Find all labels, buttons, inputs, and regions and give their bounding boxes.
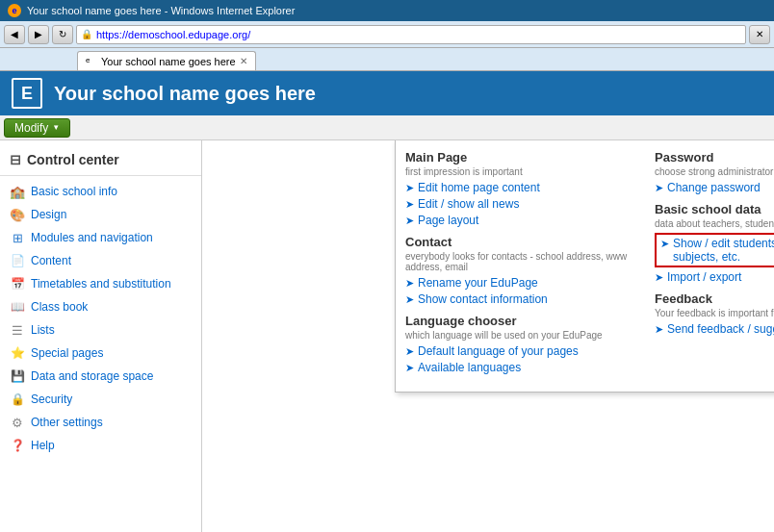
show-edit-students-link[interactable]: ➤ Show / edit students, teachers, subjec… (655, 233, 774, 267)
import-export-link[interactable]: ➤ Import / export (655, 270, 774, 284)
sidebar-label-basic-school-info: Basic school info (31, 185, 117, 198)
sidebar-item-modules[interactable]: Modules and navigation (0, 226, 201, 249)
page-layout-label: Page layout (418, 214, 478, 227)
main-page-title: Main Page (405, 150, 635, 165)
sidebar-label-security: Security (31, 393, 72, 406)
sidebar-label-content: Content (31, 254, 71, 267)
active-tab[interactable]: e Your school name goes here ✕ (77, 51, 256, 70)
link-arrow-icon: ➤ (405, 182, 414, 194)
modify-toolbar: Modify ▼ (0, 115, 774, 140)
logo-letter: E (21, 84, 33, 104)
sidebar-item-help[interactable]: Help (0, 434, 201, 457)
tab-label: Your school name goes here (101, 56, 236, 67)
default-language-label: Default language of your pages (418, 344, 579, 358)
sidebar-label-data: Data and storage space (31, 369, 153, 383)
sidebar-item-basic-school-info[interactable]: Basic school info (0, 180, 201, 203)
sidebar-title: Control center (0, 148, 201, 176)
default-language-link[interactable]: ➤ Default language of your pages (405, 344, 635, 358)
sidebar-item-data-storage[interactable]: Data and storage space (0, 365, 201, 388)
school-name-header: Your school name goes here (54, 83, 316, 105)
classbook-icon (10, 299, 25, 315)
send-feedback-label: Send feedback / suggestion / compliment (667, 322, 774, 336)
language-section: Language chooser which language will be … (405, 314, 635, 374)
modify-label: Modify (14, 121, 48, 135)
send-feedback-link[interactable]: ➤ Send feedback / suggestion / complimen… (655, 322, 774, 336)
language-subtitle: which language will be used on your EduP… (405, 330, 635, 341)
link-arrow-icon: ➤ (405, 345, 414, 358)
sidebar-label-other: Other settings (31, 416, 103, 429)
edit-news-link[interactable]: ➤ Edit / show all news (405, 197, 635, 211)
sidebar-item-security[interactable]: Security (0, 388, 201, 411)
control-center-label: Control center (27, 152, 119, 167)
edit-news-label: Edit / show all news (418, 197, 519, 211)
special-icon (10, 345, 25, 361)
data-icon (10, 368, 25, 384)
forward-button[interactable]: ▶ (28, 25, 49, 44)
basic-school-data-section: Basic school data data about teachers, s… (655, 202, 774, 284)
sidebar-item-content[interactable]: Content (0, 249, 201, 272)
show-edit-students-label: Show / edit students, teachers, subjects… (673, 237, 774, 264)
back-button[interactable]: ◀ (4, 25, 25, 44)
contact-subtitle: everybody looks for contacts - school ad… (405, 251, 635, 272)
sidebar-item-design[interactable]: Design (0, 203, 201, 226)
security-icon (10, 392, 25, 407)
available-languages-link[interactable]: ➤ Available languages (405, 361, 635, 374)
sidebar-label-help: Help (31, 439, 55, 452)
dropdown-menu: Main Page first impression is important … (395, 140, 774, 393)
sidebar-label-classbook: Class book (31, 300, 88, 314)
link-arrow-icon: ➤ (405, 362, 414, 374)
sidebar-label-lists: Lists (31, 323, 55, 337)
sidebar-label-modules: Modules and navigation (31, 231, 153, 244)
tab-bar: e Your school name goes here ✕ (0, 48, 774, 71)
basic-school-data-title: Basic school data (655, 202, 774, 216)
lists-icon (10, 322, 25, 338)
sidebar-label-special: Special pages (31, 346, 103, 360)
dropdown-left-column: Main Page first impression is important … (405, 150, 635, 382)
link-arrow-icon: ➤ (655, 182, 663, 194)
ie-logo-icon: e (8, 4, 21, 17)
stop-button[interactable]: ✕ (749, 25, 770, 44)
feedback-subtitle: Your feedback is important for us (655, 308, 774, 318)
show-contact-link[interactable]: ➤ Show contact information (405, 292, 635, 306)
modules-icon (10, 230, 25, 245)
available-languages-label: Available languages (418, 361, 521, 374)
change-password-link[interactable]: ➤ Change password (655, 181, 774, 194)
link-arrow-icon: ➤ (405, 277, 414, 290)
timetable-icon (10, 276, 25, 291)
address-text: https://demoschool.edupage.org/ (96, 29, 741, 40)
address-bar[interactable]: 🔒 https://demoschool.edupage.org/ (76, 25, 746, 44)
browser-title: Your school name goes here - Windows Int… (27, 5, 295, 16)
help-icon (10, 438, 25, 453)
modify-arrow-icon: ▼ (52, 123, 60, 132)
tab-favicon: e (86, 56, 97, 67)
main-page-subtitle: first impression is important (405, 166, 635, 177)
import-export-label: Import / export (667, 270, 741, 284)
change-password-label: Change password (667, 181, 761, 194)
edit-home-label: Edit home page content (418, 181, 540, 194)
sidebar-item-lists[interactable]: Lists (0, 318, 201, 342)
control-center-icon (10, 152, 21, 167)
main-area: Control center Basic school info Design … (0, 140, 774, 532)
sidebar: Control center Basic school info Design … (0, 140, 202, 532)
tab-close-button[interactable]: ✕ (240, 56, 247, 66)
sidebar-label-design: Design (31, 208, 66, 221)
feedback-section: Feedback Your feedback is important for … (655, 291, 774, 336)
link-arrow-icon: ➤ (655, 271, 663, 284)
sidebar-item-classbook[interactable]: Class book (0, 295, 201, 318)
modify-button[interactable]: Modify ▼ (4, 118, 70, 138)
main-page-section: Main Page first impression is important … (405, 150, 635, 227)
browser-nav-bar: ◀ ▶ ↻ 🔒 https://demoschool.edupage.org/ … (0, 21, 774, 48)
sidebar-label-timetables: Timetables and substitution (31, 277, 171, 291)
rename-edupage-link[interactable]: ➤ Rename your EduPage (405, 276, 635, 290)
browser-title-bar: e Your school name goes here - Windows I… (0, 0, 774, 21)
basic-school-data-subtitle: data about teachers, students, etc (655, 218, 774, 229)
sidebar-item-special-pages[interactable]: Special pages (0, 342, 201, 365)
refresh-button[interactable]: ↻ (52, 25, 73, 44)
link-arrow-icon: ➤ (405, 198, 414, 211)
page-layout-link[interactable]: ➤ Page layout (405, 214, 635, 227)
sidebar-item-other-settings[interactable]: Other settings (0, 411, 201, 434)
sidebar-item-timetables[interactable]: Timetables and substitution (0, 272, 201, 295)
password-subtitle: choose strong administrator's password (655, 166, 774, 177)
edit-home-link[interactable]: ➤ Edit home page content (405, 181, 635, 194)
content-area: Main Page first impression is important … (202, 140, 774, 532)
